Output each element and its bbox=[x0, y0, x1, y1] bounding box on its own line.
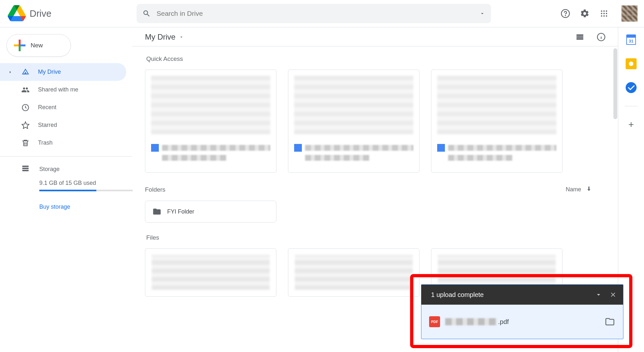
sidebar-item-my-drive[interactable]: My Drive bbox=[0, 63, 126, 81]
nav: My Drive Shared with me Recent Starred T bbox=[0, 63, 132, 152]
storage-bar bbox=[39, 190, 133, 191]
folder-name: FYI Folder bbox=[167, 208, 194, 215]
details-info-icon[interactable] bbox=[596, 32, 606, 42]
sort-button[interactable]: Name bbox=[566, 186, 592, 194]
sidebar-item-label: Trash bbox=[38, 139, 53, 146]
search-options-dropdown-icon[interactable] bbox=[479, 11, 485, 16]
storage-fill bbox=[39, 190, 96, 191]
search-icon bbox=[142, 9, 151, 18]
file-card[interactable] bbox=[145, 248, 276, 297]
upload-status-text: 1 upload complete bbox=[431, 291, 484, 299]
docs-file-icon bbox=[437, 144, 445, 152]
app-header: Drive bbox=[0, 0, 644, 27]
star-icon bbox=[21, 121, 30, 129]
list-view-icon[interactable] bbox=[575, 32, 585, 42]
new-button-label: New bbox=[31, 42, 43, 49]
redacted-text bbox=[448, 155, 513, 161]
expand-chevron-icon[interactable] bbox=[8, 70, 13, 74]
breadcrumb-dropdown-icon bbox=[179, 34, 184, 40]
upload-toast-item[interactable]: PDF .pdf bbox=[421, 305, 623, 339]
svg-point-3 bbox=[603, 10, 605, 12]
scrollbar-thumb[interactable] bbox=[613, 48, 617, 119]
sidebar-item-recent[interactable]: Recent bbox=[0, 99, 126, 116]
apps-grid-icon[interactable] bbox=[599, 8, 609, 19]
sidebar-item-shared[interactable]: Shared with me bbox=[0, 81, 126, 99]
redacted-thumbnail bbox=[294, 76, 413, 134]
files-heading: Files bbox=[146, 234, 605, 241]
docs-file-icon bbox=[294, 144, 302, 152]
panel-separator bbox=[625, 106, 638, 106]
svg-point-6 bbox=[603, 13, 605, 14]
storage-label: Storage bbox=[39, 166, 60, 173]
header-actions bbox=[560, 5, 638, 22]
file-card[interactable] bbox=[288, 248, 419, 297]
svg-point-4 bbox=[606, 10, 607, 12]
folder-card[interactable]: FYI Folder bbox=[145, 201, 276, 223]
redacted-thumbnail bbox=[295, 255, 413, 290]
redacted-thumbnail bbox=[437, 76, 556, 134]
breadcrumb[interactable]: My Drive bbox=[145, 33, 184, 42]
upload-toast-header: 1 upload complete bbox=[421, 285, 623, 305]
redacted-text bbox=[162, 145, 270, 151]
sidebar-item-storage[interactable]: Storage bbox=[0, 161, 132, 177]
sidebar: New My Drive Shared with me Recent S bbox=[0, 27, 132, 352]
new-button[interactable]: New bbox=[6, 34, 71, 57]
plus-icon bbox=[14, 40, 25, 51]
sidebar-item-starred[interactable]: Starred bbox=[0, 116, 126, 134]
sort-label: Name bbox=[566, 186, 581, 193]
search-bar[interactable] bbox=[137, 4, 491, 23]
storage-icon bbox=[21, 164, 30, 174]
docs-file-icon bbox=[151, 144, 159, 152]
redacted-text bbox=[305, 145, 413, 151]
annotation-highlight: 1 upload complete PDF .pdf bbox=[410, 274, 632, 348]
add-app-icon[interactable]: + bbox=[626, 119, 637, 130]
drive-logo-icon bbox=[8, 4, 26, 23]
sort-arrow-icon bbox=[586, 186, 592, 194]
redacted-text bbox=[448, 145, 556, 151]
svg-point-9 bbox=[603, 15, 605, 16]
logo[interactable]: Drive bbox=[8, 4, 137, 23]
trash-icon bbox=[21, 139, 30, 147]
buy-storage-link[interactable]: Buy storage bbox=[0, 204, 132, 210]
svg-point-8 bbox=[601, 15, 602, 16]
product-name: Drive bbox=[30, 8, 52, 19]
recent-clock-icon bbox=[21, 103, 30, 112]
folder-icon bbox=[152, 207, 161, 216]
search-input[interactable] bbox=[157, 10, 479, 17]
sidebar-item-label: Starred bbox=[38, 122, 57, 128]
content-header: My Drive bbox=[132, 27, 618, 46]
help-icon[interactable] bbox=[560, 8, 571, 19]
redacted-thumbnail bbox=[151, 76, 270, 134]
account-avatar[interactable] bbox=[621, 5, 638, 22]
my-drive-icon bbox=[21, 68, 30, 76]
svg-point-2 bbox=[601, 10, 602, 12]
redacted-text bbox=[305, 155, 370, 161]
keep-app-icon[interactable] bbox=[626, 58, 637, 69]
quick-access-card[interactable] bbox=[431, 70, 562, 173]
locate-folder-icon[interactable] bbox=[605, 317, 615, 327]
folders-heading: Folders bbox=[145, 186, 165, 193]
sidebar-item-label: My Drive bbox=[38, 69, 61, 75]
redacted-filename bbox=[445, 318, 497, 325]
svg-point-7 bbox=[606, 13, 607, 14]
sidebar-item-label: Shared with me bbox=[38, 86, 78, 93]
quick-access-row bbox=[145, 70, 605, 173]
svg-rect-13 bbox=[22, 167, 29, 169]
svg-point-10 bbox=[606, 15, 607, 16]
redacted-thumbnail bbox=[152, 255, 270, 290]
collapse-chevron-icon[interactable] bbox=[595, 291, 602, 299]
sidebar-item-label: Recent bbox=[38, 104, 56, 111]
calendar-app-icon[interactable]: 31 bbox=[626, 34, 637, 45]
tasks-app-icon[interactable] bbox=[626, 82, 637, 93]
quick-access-card[interactable] bbox=[288, 70, 419, 173]
quick-access-card[interactable] bbox=[145, 70, 276, 173]
settings-gear-icon[interactable] bbox=[580, 8, 590, 19]
shared-icon bbox=[21, 86, 30, 94]
sidebar-item-trash[interactable]: Trash bbox=[0, 134, 126, 152]
file-extension: .pdf bbox=[498, 318, 509, 326]
pdf-file-icon: PDF bbox=[429, 316, 440, 327]
quick-access-heading: Quick Access bbox=[146, 55, 605, 62]
close-icon[interactable] bbox=[610, 291, 617, 298]
redacted-text bbox=[162, 155, 226, 161]
svg-point-1 bbox=[565, 15, 565, 16]
